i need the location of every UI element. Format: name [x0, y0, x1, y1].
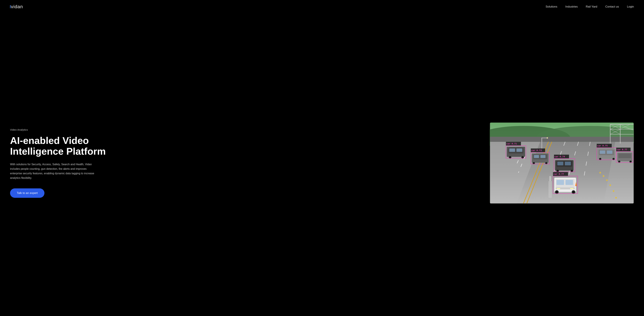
logo[interactable]: vidan: [10, 4, 23, 10]
nav-links: Solutions Industries Rail Yard Contact u…: [546, 5, 634, 9]
svg-point-33: [546, 137, 548, 139]
svg-rect-81: [618, 153, 631, 158]
svg-rect-39: [516, 148, 522, 152]
svg-rect-91: [556, 180, 564, 185]
svg-rect-50: [540, 155, 546, 158]
svg-point-83: [618, 161, 620, 162]
svg-point-15: [603, 175, 604, 177]
svg-text:car 0.71: car 0.71: [506, 143, 517, 145]
svg-point-54: [546, 163, 547, 164]
svg-point-76: [613, 158, 614, 160]
hero-content: Video Analytics AI-enabled Video Intelli…: [10, 128, 111, 198]
svg-point-18: [613, 190, 614, 192]
svg-rect-92: [566, 180, 573, 185]
nav-item-solutions[interactable]: Solutions: [546, 5, 557, 8]
nav-item-login[interactable]: Login: [627, 5, 634, 8]
svg-point-41: [509, 156, 511, 158]
nav-item-railyard[interactable]: Rail Yard: [586, 5, 597, 8]
svg-point-63: [557, 170, 558, 172]
svg-text:car 0.74: car 0.74: [554, 155, 565, 158]
svg-rect-38: [509, 148, 515, 152]
svg-point-52: [533, 163, 534, 164]
svg-rect-72: [607, 150, 612, 154]
svg-text:car 0.77: car 0.77: [617, 148, 627, 151]
svg-rect-60: [557, 162, 563, 165]
svg-point-99: [572, 191, 575, 193]
hero-visual: car 0.71 car 0.73: [490, 123, 634, 203]
svg-rect-34: [548, 181, 552, 198]
svg-point-65: [571, 170, 573, 172]
navbar: vidan Solutions Industries Rail Yard Con…: [0, 0, 644, 14]
svg-point-17: [610, 184, 611, 186]
svg-point-16: [606, 179, 608, 181]
svg-rect-3: [490, 137, 634, 142]
svg-point-14: [600, 172, 601, 174]
hero-title: AI-enabled Video Intelligence Platform: [10, 135, 111, 157]
svg-point-19: [615, 197, 617, 199]
svg-rect-71: [600, 150, 605, 154]
svg-point-85: [630, 161, 631, 162]
road-scene-svg: car 0.71 car 0.73: [490, 123, 634, 203]
svg-rect-35: [549, 176, 551, 181]
svg-text:car 0.77: car 0.77: [554, 173, 564, 175]
cta-button[interactable]: Talk to an expert: [10, 188, 44, 198]
nav-item-industries[interactable]: Industries: [565, 5, 578, 8]
svg-text:car 0.73: car 0.73: [531, 149, 542, 152]
hero-section: Video Analytics AI-enabled Video Intelli…: [0, 14, 644, 316]
svg-rect-61: [565, 162, 571, 165]
svg-rect-49: [534, 155, 539, 158]
nav-item-contact[interactable]: Contact us: [605, 5, 619, 8]
hero-description: With solutions for Security, Access, Saf…: [10, 162, 97, 180]
road-scene-container: car 0.71 car 0.73: [490, 123, 634, 203]
hero-eyebrow: Video Analytics: [10, 128, 111, 131]
svg-text:car 0.75: car 0.75: [597, 144, 608, 147]
svg-point-43: [522, 156, 524, 158]
svg-point-74: [600, 158, 601, 160]
svg-rect-95: [570, 188, 574, 189]
svg-point-97: [556, 191, 558, 193]
svg-rect-94: [557, 188, 560, 189]
logo-text: vidan: [10, 4, 23, 10]
